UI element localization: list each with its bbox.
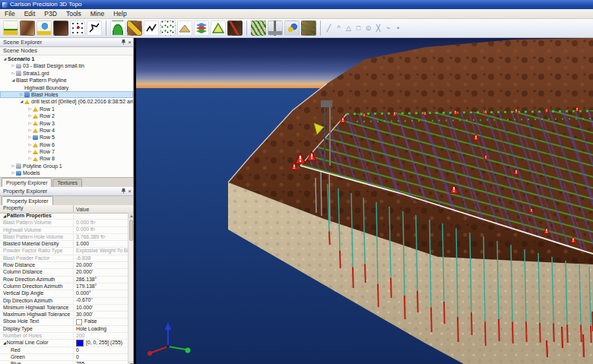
close-icon[interactable]: × — [128, 39, 132, 46]
warn-node-icon — [33, 114, 38, 119]
breakline-icon[interactable] — [144, 21, 159, 36]
scene-explorer-header: Scene Explorer × — [0, 38, 133, 47]
mini-tool-icon[interactable]: ~ — [383, 22, 393, 34]
property-row[interactable]: Column Distance20.000' — [0, 269, 128, 276]
tree-node[interactable]: ◢Blast Pattern Polyline — [0, 77, 133, 84]
tree-node[interactable]: ▷03 - Blast Design small.tin — [0, 62, 133, 69]
pencil-edit-icon[interactable] — [127, 21, 142, 36]
property-row[interactable]: Dip Direction Azimuth-0.670° — [0, 298, 128, 305]
tree-node[interactable]: ▷Row 1 — [0, 106, 133, 112]
surface-texture-icon[interactable] — [20, 21, 35, 36]
menu-edit[interactable]: Edit — [20, 9, 40, 19]
mini-tool-icon[interactable]: ╱ — [324, 22, 334, 34]
window-title: Carlson Precision 3D Topo — [10, 0, 82, 9]
toolbar-separator — [106, 21, 106, 36]
tree-node[interactable]: ▷Row 5 — [0, 134, 133, 141]
property-row[interactable]: Display TypeHole Loading — [0, 326, 128, 333]
green-surface-icon[interactable] — [110, 21, 125, 36]
property-row[interactable]: Blasted Material Density1.000 — [0, 241, 128, 248]
color-swatch[interactable] — [76, 340, 84, 346]
property-row[interactable]: Column Direction Azimuth179.138° — [0, 283, 128, 290]
property-row[interactable]: Powder Factor Ratio TypeExplosive Weight… — [0, 248, 128, 255]
tree-node[interactable]: ▷Row 6 — [0, 141, 133, 148]
property-row[interactable]: Red0 — [0, 347, 128, 354]
app-icon — [2, 2, 8, 8]
property-row[interactable]: Row Direction Azimuth286.138° — [0, 277, 128, 283]
drill-rig-icon[interactable] — [268, 21, 283, 36]
tree-node[interactable]: ▷Strata1.grd — [0, 70, 133, 77]
property-row[interactable]: ◢Normal Line Color[0, 0, 255] (255) — [0, 340, 128, 347]
mini-tool-icon[interactable]: □ — [354, 22, 363, 34]
warn-node-icon — [33, 142, 38, 147]
property-row[interactable]: Blast Pattern Hole Volume3,766,389 ft³ — [0, 234, 128, 241]
column-property[interactable]: Property — [0, 205, 74, 213]
stockpile-icon[interactable] — [177, 21, 192, 36]
layer-stack-icon[interactable] — [194, 21, 209, 36]
tree-node[interactable]: ▷Row 3 — [0, 120, 133, 127]
mini-tool-icon[interactable]: △ — [344, 22, 354, 34]
menu-mine[interactable]: Mine — [86, 9, 109, 19]
property-row[interactable]: ◢Pattern Properties — [0, 213, 128, 220]
drill-pattern-icon[interactable] — [70, 21, 85, 36]
property-row[interactable]: Show Hole TextFalse — [0, 318, 128, 325]
property-row[interactable]: Row Distance20.000' — [0, 262, 128, 269]
scene-tree: ◢Scenario 1▷03 - Blast Design small.tin▷… — [0, 55, 133, 177]
property-explorer-title: Property Explorer — [3, 188, 47, 195]
scroll-up-icon[interactable] — [128, 213, 133, 219]
property-row[interactable]: Minimum Highwall Tolerance10.000' — [0, 305, 128, 312]
property-row[interactable]: Highwall Volume0.000 ft³ — [0, 227, 128, 234]
tree-node[interactable]: ▷Row 4 — [0, 127, 133, 134]
property-row[interactable]: Blast Powder Factor-6.838 — [0, 255, 128, 262]
crop-rows-icon[interactable] — [251, 21, 266, 36]
mini-tool-icon[interactable]: ⊙ — [363, 22, 373, 34]
tree-node[interactable]: ◢Scenario 1 — [0, 55, 133, 62]
tab-property-explorer-inner[interactable]: Property Explorer — [2, 196, 53, 205]
tree-node[interactable]: ▷Models — [0, 169, 133, 176]
property-row[interactable]: Green0 — [0, 354, 128, 361]
dark-surface-icon[interactable] — [53, 21, 68, 36]
tree-node[interactable]: ▷Row 7 — [0, 148, 133, 155]
loader-icon[interactable] — [284, 21, 300, 36]
property-row[interactable]: Number of Holes200 — [0, 333, 128, 340]
warn-node-icon — [33, 106, 38, 112]
triangulate-icon[interactable] — [211, 21, 226, 36]
menu-tools[interactable]: Tools — [62, 9, 86, 19]
column-value[interactable]: Value — [74, 205, 133, 213]
property-row[interactable]: Vertical Dip Angle0.000° — [0, 290, 128, 297]
panel-tab-bar: Property Explorer Textures — [0, 177, 133, 187]
bench-surface-icon[interactable] — [301, 21, 316, 36]
gray-node-icon — [16, 71, 21, 76]
checkbox[interactable] — [76, 319, 82, 325]
property-row[interactable]: Maximum Highwall Tolerance30.000' — [0, 312, 128, 318]
property-explorer-tabs: Property Explorer — [0, 196, 133, 205]
landxml-import-icon[interactable] — [3, 21, 18, 36]
menu-file[interactable]: File — [0, 9, 20, 19]
close-icon[interactable]: × — [128, 188, 132, 195]
polyline-draw-icon[interactable] — [87, 21, 102, 36]
property-row[interactable]: Blue255 — [0, 361, 128, 364]
pin-icon[interactable] — [122, 188, 125, 194]
viewport-3d[interactable] — [136, 38, 593, 364]
tree-node[interactable]: ▷Polyline Group 1 — [0, 163, 133, 169]
tab-textures[interactable]: Textures — [52, 179, 81, 187]
mini-tool-icon[interactable]: ^ — [334, 22, 344, 34]
tab-property-explorer[interactable]: Property Explorer — [2, 178, 52, 187]
tree-node[interactable]: ▷Row 2 — [0, 112, 133, 119]
property-scrollbar[interactable] — [128, 213, 133, 364]
menu-help[interactable]: Help — [109, 9, 131, 19]
scroll-down-icon[interactable] — [128, 361, 133, 364]
mini-tool-icon[interactable]: ╳ — [373, 22, 383, 34]
tree-node[interactable]: ◢drill test.drl [Drilled] (06.02.2016 8:… — [0, 98, 133, 105]
property-row[interactable]: Blast Pattern Volume0.000 ft³ — [0, 220, 128, 226]
landxml-export-icon[interactable] — [36, 21, 52, 36]
mini-tool-icon[interactable]: • — [393, 22, 403, 34]
scroll-thumb[interactable] — [129, 220, 133, 241]
point-cloud-icon[interactable] — [160, 21, 176, 36]
haul-road-icon[interactable] — [227, 21, 243, 36]
tree-node[interactable]: Highwall Boundary — [0, 84, 133, 91]
tree-node[interactable]: ▷Blast Holes — [0, 91, 133, 98]
pin-icon[interactable] — [122, 40, 125, 45]
gray-node-icon — [16, 163, 21, 169]
tree-node[interactable]: ▷Row 8 — [0, 155, 133, 162]
menu-p3d[interactable]: P3D — [40, 9, 62, 19]
